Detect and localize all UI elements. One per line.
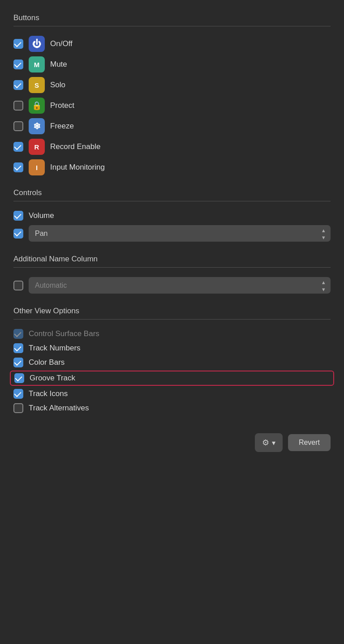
record-enable-label: Record Enable — [50, 142, 100, 151]
bottom-toolbar: ⚙ ▾ Revert — [13, 433, 331, 452]
additional-name-select-wrap: Automatic None Custom ▴ ▾ — [29, 277, 331, 294]
gear-icon: ⚙ — [262, 438, 269, 448]
protect-label: Protect — [50, 101, 74, 110]
button-row-input-monitoring: I Input Monitoring — [13, 157, 331, 178]
mute-label: Mute — [50, 60, 67, 69]
other-view-section-title: Other View Options — [13, 307, 331, 316]
checkbox-control-surface-bars[interactable] — [13, 329, 23, 339]
color-bars-label: Color Bars — [29, 358, 64, 367]
controls-section-title: Controls — [13, 188, 331, 197]
track-alternatives-label: Track Alternatives — [29, 404, 89, 413]
button-row-record-enable: R Record Enable — [13, 136, 331, 157]
button-row-mute: M Mute — [13, 54, 331, 75]
button-row-freeze: ❄ Freeze — [13, 116, 331, 136]
other-view-row-track-alternatives: Track Alternatives — [13, 401, 331, 415]
checkbox-input-monitoring[interactable] — [13, 162, 23, 172]
checkbox-groove-track[interactable] — [14, 373, 24, 383]
groove-track-label: Groove Track — [30, 374, 75, 383]
checkbox-additional-name[interactable] — [13, 281, 23, 290]
checkbox-track-icons[interactable] — [13, 389, 23, 399]
other-view-row-color-bars: Color Bars — [13, 355, 331, 370]
other-view-row-track-icons: Track Icons — [13, 387, 331, 401]
other-view-section: Other View Options Control Surface Bars … — [13, 307, 331, 415]
chevron-down-icon: ▾ — [272, 439, 275, 447]
checkbox-color-bars[interactable] — [13, 358, 23, 367]
mute-icon: M — [29, 56, 45, 73]
checkbox-protect[interactable] — [13, 101, 23, 111]
controls-section: Controls Volume Pan Send EQ ▴ ▾ — [13, 188, 331, 244]
control-row-volume: Volume — [13, 209, 331, 223]
checkbox-mute[interactable] — [13, 60, 23, 69]
button-row-protect: 🔒 Protect — [13, 95, 331, 116]
checkbox-pan[interactable] — [13, 229, 23, 239]
solo-icon: S — [29, 77, 45, 93]
revert-button[interactable]: Revert — [288, 434, 331, 451]
freeze-label: Freeze — [50, 122, 74, 131]
checkbox-volume[interactable] — [13, 211, 23, 221]
button-row-onoff: ⏻ On/Off — [13, 34, 331, 54]
other-view-row-track-numbers: Track Numbers — [13, 341, 331, 355]
checkbox-track-alternatives[interactable] — [13, 403, 23, 413]
controls-divider — [13, 201, 331, 201]
checkbox-onoff[interactable] — [13, 39, 23, 49]
additional-name-section: Additional Name Column Automatic None Cu… — [13, 255, 331, 296]
track-numbers-label: Track Numbers — [29, 344, 81, 353]
control-row-pan: Pan Send EQ ▴ ▾ — [13, 223, 331, 244]
volume-label: Volume — [29, 211, 54, 220]
checkbox-record-enable[interactable] — [13, 142, 23, 152]
buttons-section-title: Buttons — [13, 13, 331, 22]
other-view-divider — [13, 319, 331, 320]
solo-label: Solo — [50, 81, 65, 90]
onoff-label: On/Off — [50, 39, 73, 48]
record-enable-icon: R — [29, 139, 45, 155]
checkbox-track-numbers[interactable] — [13, 343, 23, 353]
protect-icon: 🔒 — [29, 98, 45, 114]
checkbox-freeze[interactable] — [13, 121, 23, 131]
checkbox-solo[interactable] — [13, 80, 23, 90]
freeze-icon: ❄ — [29, 118, 45, 134]
buttons-section: Buttons ⏻ On/Off M Mute S Solo 🔒 Protect… — [13, 13, 331, 178]
buttons-divider — [13, 26, 331, 26]
additional-name-section-title: Additional Name Column — [13, 255, 331, 264]
input-monitoring-icon: I — [29, 159, 45, 175]
additional-name-select[interactable]: Automatic None Custom — [29, 277, 331, 294]
additional-name-row: Automatic None Custom ▴ ▾ — [13, 275, 331, 296]
pan-select-wrap: Pan Send EQ ▴ ▾ — [29, 225, 331, 242]
pan-select[interactable]: Pan Send EQ — [29, 225, 331, 242]
input-monitoring-label: Input Monitoring — [50, 163, 105, 172]
other-view-row-control-surface-bars: Control Surface Bars — [13, 327, 331, 341]
button-row-solo: S Solo — [13, 75, 331, 95]
track-icons-label: Track Icons — [29, 389, 68, 398]
other-view-row-groove-track: Groove Track — [10, 371, 334, 386]
onoff-icon: ⏻ — [29, 36, 45, 52]
control-surface-bars-label: Control Surface Bars — [29, 329, 99, 338]
additional-name-divider — [13, 267, 331, 268]
gear-button[interactable]: ⚙ ▾ — [255, 433, 283, 452]
